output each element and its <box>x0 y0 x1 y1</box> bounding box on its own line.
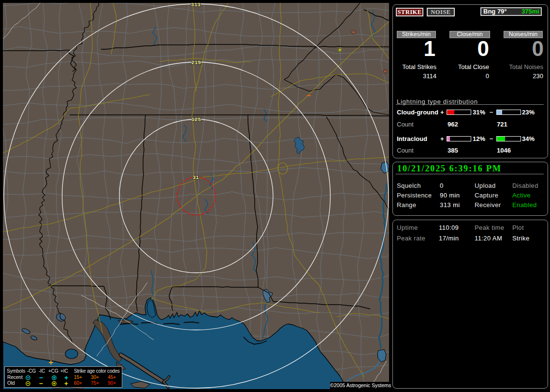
svg-text:219: 219 <box>191 60 201 66</box>
svg-text:125: 125 <box>191 117 201 123</box>
svg-text:31: 31 <box>192 175 199 181</box>
svg-text:313: 313 <box>191 3 201 8</box>
